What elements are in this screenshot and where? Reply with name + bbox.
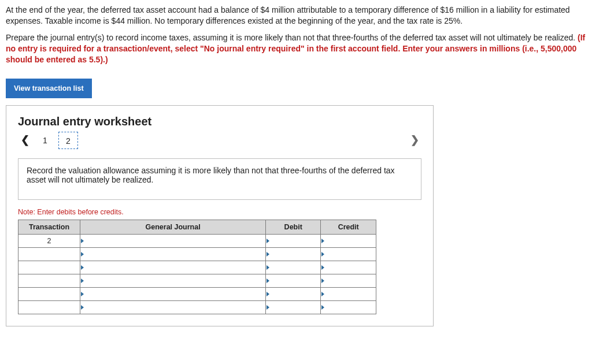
table-row <box>18 301 376 314</box>
table-row <box>18 261 376 274</box>
cell-general-journal[interactable] <box>80 261 266 274</box>
cell-transaction <box>18 274 80 288</box>
cell-credit[interactable] <box>321 274 376 288</box>
cell-debit[interactable] <box>266 248 321 261</box>
cell-debit[interactable] <box>266 288 321 301</box>
problem-paragraph-1: At the end of the year, the deferred tax… <box>6 5 586 27</box>
table-row <box>18 248 376 261</box>
step-tab-2[interactable]: 2 <box>58 132 78 149</box>
entry-instruction: Record the valuation allowance assuming … <box>18 158 421 200</box>
cell-credit[interactable] <box>321 261 376 274</box>
table-row <box>18 274 376 288</box>
cell-credit[interactable] <box>321 301 376 314</box>
cell-general-journal[interactable] <box>80 248 266 261</box>
col-header-general-journal: General Journal <box>80 220 266 235</box>
journal-table: Transaction General Journal Debit Credit… <box>18 220 376 314</box>
journal-entry-worksheet-panel: Journal entry worksheet ❮ 1 2 ❯ Record t… <box>6 105 434 326</box>
cell-debit[interactable] <box>266 301 321 314</box>
cell-general-journal[interactable] <box>80 301 266 314</box>
step-nav: ❮ 1 2 ❯ <box>18 132 421 149</box>
cell-transaction <box>18 288 80 301</box>
chevron-right-icon[interactable]: ❯ <box>408 132 421 148</box>
col-header-debit: Debit <box>266 220 321 235</box>
cell-debit[interactable] <box>266 261 321 274</box>
cell-debit[interactable] <box>266 235 321 248</box>
table-row <box>18 288 376 301</box>
problem-para2-plain: Prepare the journal entry(s) to record i… <box>6 33 578 42</box>
cell-general-journal[interactable] <box>80 288 266 301</box>
table-row: 2 <box>18 235 376 248</box>
view-transaction-list-button[interactable]: View transaction list <box>6 79 92 98</box>
debits-before-credits-note: Note: Enter debits before credits. <box>18 208 421 216</box>
problem-paragraph-2: Prepare the journal entry(s) to record i… <box>6 32 586 65</box>
cell-general-journal[interactable] <box>80 235 266 248</box>
cell-credit[interactable] <box>321 248 376 261</box>
col-header-transaction: Transaction <box>18 220 80 235</box>
cell-credit[interactable] <box>321 235 376 248</box>
cell-transaction: 2 <box>18 235 80 248</box>
cell-transaction <box>18 261 80 274</box>
step-tab-1[interactable]: 1 <box>35 132 55 149</box>
cell-debit[interactable] <box>266 274 321 288</box>
col-header-credit: Credit <box>321 220 376 235</box>
worksheet-title: Journal entry worksheet <box>18 115 421 128</box>
cell-credit[interactable] <box>321 288 376 301</box>
cell-general-journal[interactable] <box>80 274 266 288</box>
chevron-left-icon[interactable]: ❮ <box>18 132 32 148</box>
cell-transaction <box>18 248 80 261</box>
cell-transaction <box>18 301 80 314</box>
